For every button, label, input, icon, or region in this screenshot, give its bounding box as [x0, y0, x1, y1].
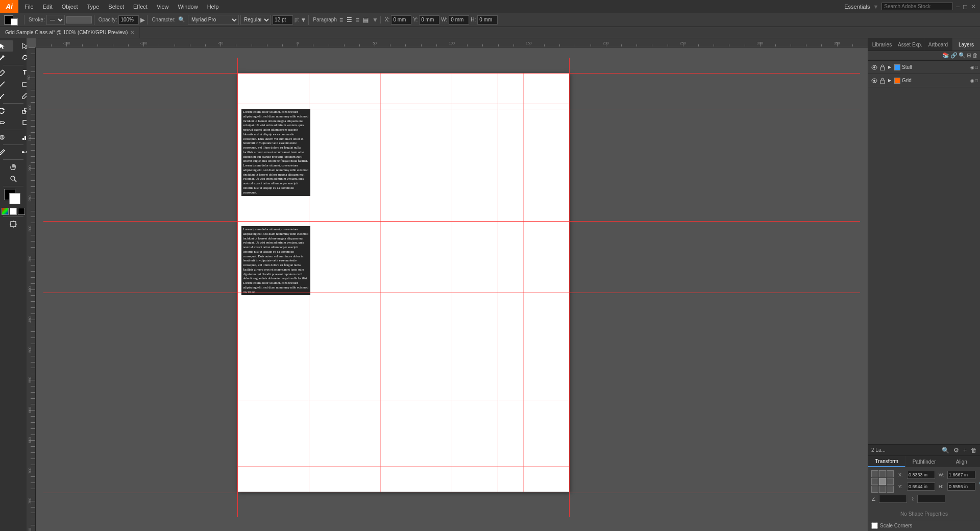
magic-wand-tool[interactable]: [0, 52, 13, 63]
menu-view[interactable]: View: [153, 3, 173, 11]
shear-input[interactable]: [917, 495, 945, 503]
style-select[interactable]: Regular: [240, 15, 271, 25]
add-layer-button[interactable]: +: [963, 447, 967, 454]
zoom-tool[interactable]: [2, 173, 24, 184]
x-input[interactable]: [391, 15, 411, 25]
tab-pathfinder[interactable]: Pathfinder: [905, 456, 943, 467]
tab-transform[interactable]: Transform: [868, 456, 905, 467]
blend-tool[interactable]: [14, 147, 27, 158]
free-transform-tool[interactable]: [14, 117, 27, 128]
layer-target-stuff[interactable]: ◉: [970, 65, 974, 70]
opacity-input[interactable]: [118, 15, 139, 25]
origin-tr[interactable]: [887, 470, 894, 477]
canvas-area[interactable]: Lorem ipsum dolor sit amet, consectetuer…: [36, 47, 868, 531]
menu-type[interactable]: Type: [83, 3, 104, 11]
stroke-select[interactable]: —: [46, 15, 65, 25]
menu-object[interactable]: Object: [58, 3, 82, 11]
pencil-tool[interactable]: [14, 90, 27, 102]
layer-expand-grid[interactable]: ▶: [887, 77, 893, 85]
hand-tool[interactable]: [2, 161, 24, 173]
origin-tc[interactable]: [879, 470, 886, 477]
origin-ml[interactable]: [871, 478, 878, 485]
origin-mr[interactable]: [887, 478, 894, 485]
black-swatch[interactable]: [18, 208, 25, 215]
w-input[interactable]: [449, 15, 469, 25]
angle-input[interactable]: [879, 495, 907, 503]
white-swatch[interactable]: [10, 208, 17, 215]
layer-lock-grid[interactable]: [878, 77, 887, 85]
text-block-2[interactable]: Lorem ipsum dolor sit amet, consectetuer…: [241, 226, 310, 295]
y-transform-input[interactable]: [907, 482, 935, 491]
panel-layout-icon[interactable]: ⊞: [967, 52, 971, 59]
lasso-tool[interactable]: [14, 52, 27, 63]
layer-select-grid[interactable]: □: [975, 78, 978, 83]
origin-bl[interactable]: [871, 486, 878, 493]
color-mode-button[interactable]: [2, 208, 9, 215]
direct-select-tool[interactable]: [14, 40, 27, 52]
layer-row-stuff[interactable]: ▶ Stuff ◉ □: [868, 61, 980, 74]
origin-mc[interactable]: [879, 478, 886, 485]
shape-tool[interactable]: [14, 79, 27, 90]
menu-edit[interactable]: Edit: [39, 3, 57, 11]
brush-tool[interactable]: [0, 90, 13, 102]
menu-help[interactable]: Help: [203, 3, 223, 11]
line-tool[interactable]: [0, 79, 13, 90]
active-doc-tab[interactable]: Grid Sample Class.ai* @ 100% (CMYK/GPU P…: [0, 27, 140, 38]
opacity-expand[interactable]: ▶: [140, 16, 145, 23]
close-button[interactable]: ✕: [971, 3, 976, 10]
layer-select-stuff[interactable]: □: [975, 65, 978, 70]
tab-asset-export[interactable]: Asset Exp.: [896, 38, 924, 51]
font-size-input[interactable]: [273, 15, 293, 25]
workspace-selector[interactable]: Essentials: [844, 4, 870, 10]
panel-trash-icon[interactable]: 🗑: [972, 52, 978, 59]
stroke-color[interactable]: [9, 193, 20, 204]
layer-lock-stuff[interactable]: [878, 63, 887, 71]
tab-close-button[interactable]: ✕: [130, 30, 134, 35]
origin-tl[interactable]: [871, 470, 878, 477]
origin-br[interactable]: [887, 486, 894, 493]
layer-visibility-stuff[interactable]: [870, 63, 878, 71]
tab-layers[interactable]: Layers: [952, 38, 980, 51]
tab-align[interactable]: Align: [943, 456, 980, 467]
tab-artboard[interactable]: Artboard: [924, 38, 952, 51]
x-transform-input[interactable]: [907, 471, 935, 479]
font-select[interactable]: Myriad Pro: [188, 15, 239, 25]
tab-libraries[interactable]: Libraries: [868, 38, 896, 51]
eyedropper-tool[interactable]: [0, 147, 13, 158]
align-right-button[interactable]: ≡: [355, 16, 360, 23]
panel-link-icon[interactable]: 🔗: [950, 52, 958, 59]
font-unit-toggle[interactable]: ▼: [300, 16, 306, 23]
layer-row-grid[interactable]: ▶ Grid ◉ □: [868, 74, 980, 87]
rotate-tool[interactable]: [0, 105, 13, 116]
menu-select[interactable]: Select: [104, 3, 128, 11]
layers-options-button[interactable]: ⚙: [953, 447, 959, 454]
align-justify-button[interactable]: ▤: [362, 16, 370, 23]
h-transform-input[interactable]: [947, 482, 975, 491]
paragraph-expand[interactable]: ▼: [372, 16, 378, 23]
symbol-tool[interactable]: S: [0, 132, 13, 143]
scale-corners-checkbox[interactable]: [871, 522, 878, 529]
panel-search-icon[interactable]: 🔍: [959, 52, 966, 59]
search-input[interactable]: [881, 3, 953, 10]
layer-visibility-grid[interactable]: [870, 77, 878, 85]
align-left-button[interactable]: ≡: [338, 16, 344, 23]
select-tool[interactable]: [0, 40, 13, 52]
stroke-swatch[interactable]: [11, 18, 18, 26]
y-input[interactable]: [419, 15, 439, 25]
text-block-1[interactable]: Lorem ipsum dolor sit amet, consectetuer…: [241, 109, 310, 196]
search-layers-button[interactable]: 🔍: [942, 447, 949, 454]
artboard-tool[interactable]: [2, 219, 24, 230]
layer-target-grid[interactable]: ◉: [970, 78, 974, 83]
menu-window[interactable]: Window: [174, 3, 202, 11]
w-transform-input[interactable]: [947, 471, 975, 479]
h-input[interactable]: [477, 15, 498, 25]
scale-tool[interactable]: [14, 105, 27, 116]
menu-effect[interactable]: Effect: [129, 3, 152, 11]
type-tool[interactable]: T: [14, 67, 27, 78]
pen-tool[interactable]: [0, 67, 13, 78]
panel-libraries-icon[interactable]: 📚: [942, 52, 949, 59]
delete-layer-button[interactable]: 🗑: [971, 447, 977, 454]
align-center-button[interactable]: ☰: [346, 16, 353, 23]
minimize-button[interactable]: ◻: [963, 3, 968, 10]
origin-bc[interactable]: [879, 486, 886, 493]
